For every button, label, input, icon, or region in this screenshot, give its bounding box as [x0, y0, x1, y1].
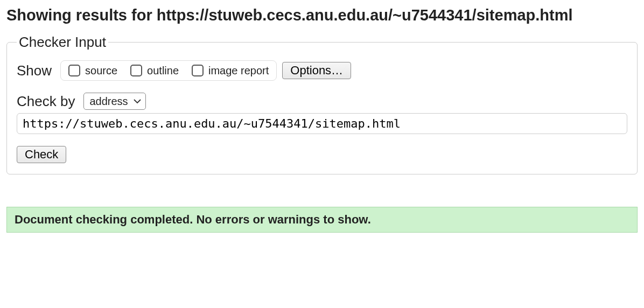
check-by-select[interactable]: address [83, 93, 145, 110]
show-label: Show [17, 62, 52, 79]
check-button[interactable]: Check [17, 146, 66, 163]
page-heading: Showing results for https://stuweb.cecs.… [6, 6, 638, 24]
image-report-checkbox[interactable] [192, 65, 204, 76]
source-checkbox[interactable] [68, 65, 80, 76]
checker-input-fieldset: Checker Input Show source outline image … [6, 34, 638, 174]
heading-prefix: Showing results for [6, 6, 157, 24]
chevron-down-icon [134, 99, 141, 104]
outline-checkbox-item: outline [128, 63, 179, 78]
url-input[interactable] [17, 113, 627, 134]
heading-url: https://stuweb.cecs.anu.edu.au/~u7544341… [157, 6, 573, 24]
outline-checkbox-label[interactable]: outline [147, 65, 179, 77]
image-report-checkbox-item: image report [190, 63, 269, 78]
image-report-checkbox-label[interactable]: image report [208, 65, 269, 77]
options-button[interactable]: Options… [282, 62, 351, 79]
result-banner: Document checking completed. No errors o… [6, 207, 638, 233]
source-checkbox-item: source [66, 63, 117, 78]
check-by-row: Check by address [17, 93, 627, 110]
source-checkbox-label[interactable]: source [85, 65, 117, 77]
show-row: Show source outline image report Options… [17, 60, 627, 81]
show-checkbox-group: source outline image report [60, 60, 277, 81]
check-by-label: Check by [17, 93, 75, 110]
checker-input-legend: Checker Input [17, 34, 108, 51]
check-by-selected-value: address [89, 95, 128, 108]
outline-checkbox[interactable] [130, 65, 142, 76]
